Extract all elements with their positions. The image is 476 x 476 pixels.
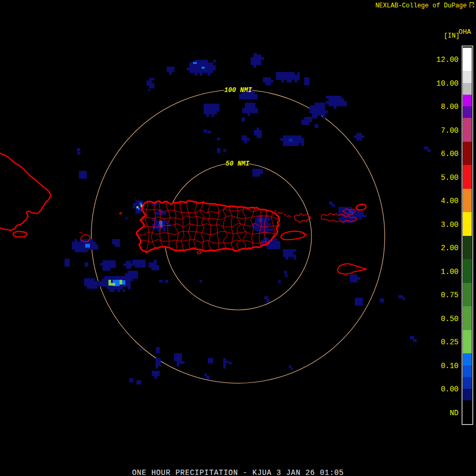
svg-text:10.00: 10.00 [436,79,459,88]
svg-text:2.00: 2.00 [441,244,459,252]
svg-text:OHA: OHA [459,28,471,36]
svg-text:0.25: 0.25 [441,338,459,346]
svg-text:ND: ND [450,409,459,417]
svg-text:1.00: 1.00 [441,268,459,276]
svg-text:8.00: 8.00 [441,103,459,111]
svg-text:0.00: 0.00 [441,385,459,393]
svg-text:0.50: 0.50 [441,315,459,323]
svg-text:100 NMI: 100 NMI [224,87,252,94]
svg-text:5.00: 5.00 [441,173,459,182]
svg-text:50 NMI: 50 NMI [225,160,250,168]
svg-text:0.10: 0.10 [441,362,459,370]
svg-text:7.00: 7.00 [441,126,459,135]
svg-text:12.00: 12.00 [436,56,459,64]
svg-text:3.00: 3.00 [441,221,459,229]
svg-text:NEXLAB-College of DuPage: NEXLAB-College of DuPage [376,2,467,10]
svg-text:6.00: 6.00 [441,150,459,158]
svg-text:4.00: 4.00 [441,197,459,205]
svg-text:[IN]: [IN] [444,32,460,40]
svg-text:ONE HOUR PRECIPITATION - KJUA: ONE HOUR PRECIPITATION - KJUA 3 JAN 26 0… [132,469,344,476]
svg-text:0.75: 0.75 [441,291,459,299]
